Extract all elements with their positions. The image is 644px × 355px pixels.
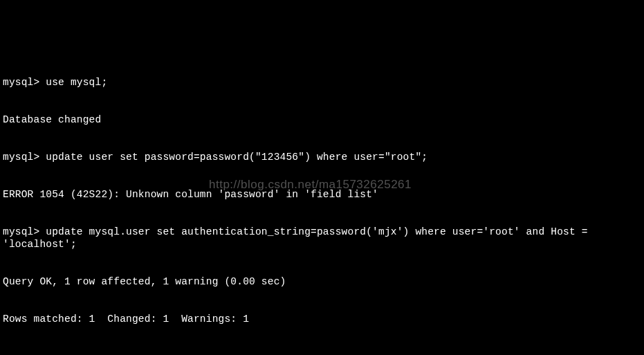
terminal-area[interactable]: mysql> use mysql; Database changed mysql…	[3, 51, 641, 355]
terminal-line: ERROR 1054 (42S22): Unknown column 'pass…	[3, 188, 641, 201]
terminal-line: Rows matched: 1 Changed: 1 Warnings: 1	[3, 313, 641, 325]
terminal-line: Query OK, 1 row affected, 1 warning (0.0…	[3, 275, 641, 288]
terminal-line: mysql> update mysql.user set authenticat…	[3, 226, 641, 251]
terminal-line: mysql> use mysql;	[3, 76, 641, 89]
terminal-line: Database changed	[3, 113, 641, 126]
terminal-line	[3, 350, 641, 355]
terminal-line: mysql> update user set password=password…	[3, 151, 641, 163]
